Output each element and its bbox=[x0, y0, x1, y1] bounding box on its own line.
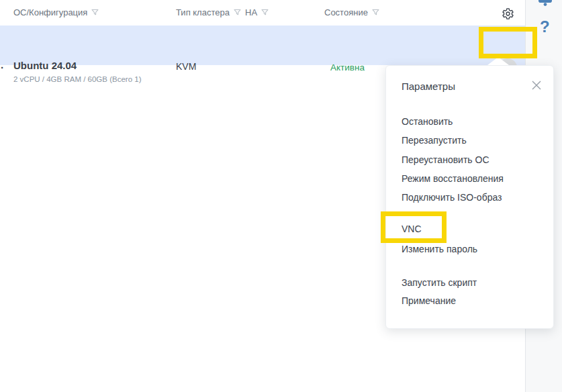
menu-item-stop[interactable]: Остановить bbox=[402, 115, 539, 128]
vm-table-row[interactable]: . Ubuntu 24.04 2 vCPU / 4GB RAM / 60GB (… bbox=[0, 26, 525, 65]
column-header-status[interactable]: Состояние bbox=[324, 7, 379, 18]
vm-os-name[interactable]: Ubuntu 24.04 bbox=[13, 60, 77, 71]
actions-dropdown-menu: Параметры Остановить Перезапустить Переу… bbox=[385, 65, 554, 329]
menu-item-note[interactable]: Примечание bbox=[402, 294, 539, 307]
help-icon[interactable]: ? bbox=[540, 17, 550, 36]
table-settings-gear-icon[interactable] bbox=[502, 7, 515, 21]
table-header: ОС/Конфигурация Тип кластера НА Состояни… bbox=[0, 0, 525, 26]
filter-funnel-icon[interactable] bbox=[91, 8, 99, 18]
column-header-os-label: ОС/Конфигурация bbox=[13, 7, 87, 17]
close-icon[interactable] bbox=[530, 79, 543, 91]
filter-funnel-icon[interactable] bbox=[234, 8, 241, 18]
vm-cluster-type: KVM bbox=[176, 61, 196, 72]
menu-item-reinstall-os[interactable]: Переустановить ОС bbox=[402, 153, 539, 166]
menu-item-recovery-mode[interactable]: Режим восстановления bbox=[402, 172, 539, 185]
row-index-fragment: . bbox=[1, 59, 3, 70]
column-header-ha[interactable]: НА bbox=[245, 7, 269, 18]
menu-item-change-password[interactable]: Изменить пароль bbox=[402, 242, 539, 256]
vm-status-badge: Активна bbox=[330, 62, 365, 72]
filter-funnel-icon[interactable] bbox=[261, 8, 269, 18]
column-header-status-label: Состояние bbox=[324, 7, 368, 17]
menu-item-restart[interactable]: Перезапустить bbox=[402, 134, 539, 147]
menu-caret bbox=[487, 57, 509, 65]
column-header-cluster-type-label: Тип кластера bbox=[176, 7, 230, 17]
menu-item-vnc[interactable]: VNC bbox=[402, 222, 539, 236]
menu-item-attach-iso[interactable]: Подключить ISO-образ bbox=[402, 191, 539, 204]
menu-title: Параметры bbox=[402, 81, 455, 92]
menu-item-run-script[interactable]: Запустить скрипт bbox=[402, 276, 539, 289]
vm-config-summary: 2 vCPU / 4GB RAM / 60GB (Всего 1) bbox=[13, 75, 142, 83]
column-header-cluster-type[interactable]: Тип кластера bbox=[176, 7, 241, 18]
column-header-os[interactable]: ОС/Конфигурация bbox=[13, 7, 99, 18]
filter-funnel-icon[interactable] bbox=[372, 8, 379, 18]
vm-panel-screen: ОС/Конфигурация Тип кластера НА Состояни… bbox=[0, 0, 562, 392]
notification-icon[interactable] bbox=[538, 0, 553, 10]
column-header-ha-label: НА bbox=[245, 7, 257, 17]
